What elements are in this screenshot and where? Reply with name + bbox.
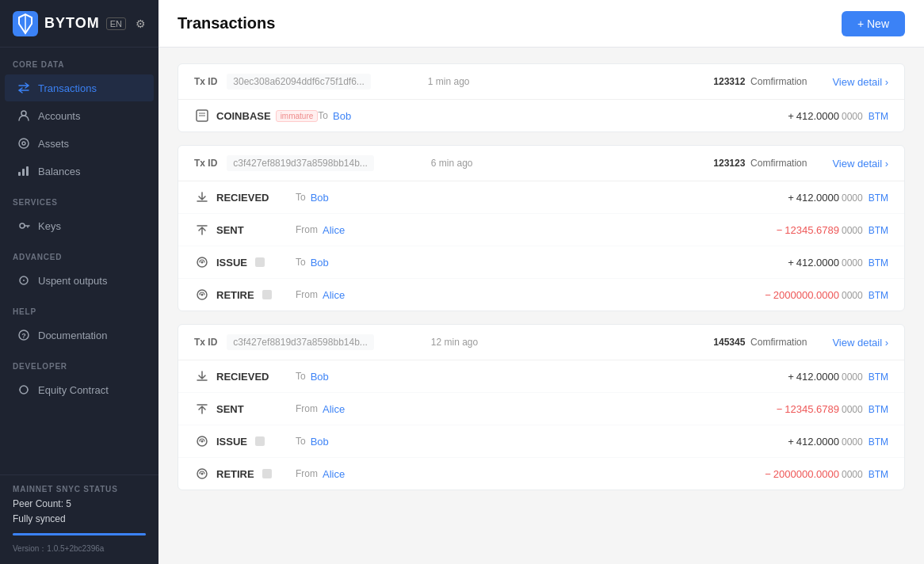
tx-row: SENT From Alice − 12345.67890000 BTM [178,214,904,246]
tx-amount: − 12345.67890000 BTM [777,224,888,236]
docs-icon: ? [17,329,30,341]
tx-row: ISSUE To Bob + 412.00000000 BTM [178,246,904,279]
page-title: Transactions [178,14,275,32]
tx-type-label: ISSUE [216,257,296,269]
sidebar-nav: CORE DATATransactionsAccountsAssetsBalan… [0,48,158,404]
svg-point-17 [201,261,204,264]
logo-text: BYTOM [44,15,100,32]
accounts-icon [17,109,30,122]
tx-row: SENT From Alice − 12345.67890000 BTM [178,393,904,425]
tx-address[interactable]: Bob [333,110,351,122]
tag-badge [262,290,272,299]
version-text: Version：1.0.5+2bc2396a [13,543,146,554]
svg-rect-6 [22,169,25,176]
tx-conf-num: 123312 [713,76,745,87]
lang-badge[interactable]: EN [106,17,126,30]
tx-address[interactable]: Bob [311,371,329,383]
sync-bar [13,533,146,535]
tx-direction: From [296,468,318,479]
tx-type-icon [194,368,210,384]
tx-row: COINBASE immature To Bob + 412.00000000 … [178,100,904,131]
amount-currency: BTM [869,436,888,448]
tx-type-label: RECIEVED [216,371,296,383]
amount-integer: 12345.6789 [785,403,839,415]
svg-text:?: ? [21,332,26,340]
view-detail-link[interactable]: View detail › [832,158,888,170]
tx-direction: To [318,110,328,121]
amount-sign: + [788,257,794,269]
amount-sign: − [765,289,771,301]
sidebar-item-unspent[interactable]: Uspent outputs [5,267,154,294]
tx-address[interactable]: Alice [323,289,345,301]
tx-type-label: SENT [216,403,296,415]
tx-id-label: Tx ID [194,76,217,87]
tx-type-label: RETIRE [216,289,296,301]
amount-currency: BTM [869,404,888,415]
sidebar-item-equity[interactable]: Equity Contract [5,376,154,403]
amount-currency: BTM [869,111,888,122]
tx-amount: + 412.00000000 BTM [788,192,888,204]
tx-direction: To [296,436,306,447]
tx-row: ISSUE To Bob + 412.00000000 BTM [178,425,904,458]
tx-amount: + 412.00000000 BTM [788,371,888,383]
tx-address[interactable]: Alice [323,468,345,480]
tx-row: RECIEVED To Bob + 412.00000000 BTM [178,360,904,393]
sidebar-item-accounts[interactable]: Accounts [5,102,154,129]
tx-time: 1 min ago [428,76,470,87]
tag-badge [255,257,265,267]
tx-amount: − 2000000.00000000 BTM [765,289,888,301]
tx-id-value: 30ec308a62094ddf6c75f1df6... [227,74,370,90]
amount-decimal: 0000 [842,469,863,480]
amount-currency: BTM [869,372,888,383]
amount-integer: 12345.6789 [785,224,839,236]
tx-type-icon [194,222,210,238]
sidebar-item-keys[interactable]: Keys [5,212,154,239]
tx-header: Tx ID 30ec308a62094ddf6c75f1df6... 1 min… [178,64,904,100]
tx-type-icon [194,189,210,205]
unspent-icon [17,274,30,287]
tx-amount: − 12345.67890000 BTM [777,403,888,415]
tx-address[interactable]: Alice [323,403,345,415]
view-detail-link[interactable]: View detail › [832,76,888,88]
tx-amount: + 412.00000000 BTM [788,257,888,269]
sidebar-item-transactions[interactable]: Transactions [5,74,154,101]
tx-address[interactable]: Bob [311,192,329,204]
logo-area: BYTOM EN ⚙ [0,0,158,48]
tx-row: RETIRE From Alice − 2000000.00000000 BTM [178,458,904,490]
tx-type-icon [194,254,210,270]
sidebar-item-label: Assets [38,138,69,150]
sidebar-item-docs[interactable]: ?Documentation [5,322,154,349]
tag-badge [262,469,272,478]
sidebar-item-assets[interactable]: Assets [5,130,154,157]
tx-direction: From [296,289,318,300]
sidebar-item-label: Equity Contract [38,384,109,396]
tx-address[interactable]: Bob [311,257,329,269]
sidebar-item-label: Keys [38,220,61,232]
sidebar-item-balances[interactable]: Balances [5,158,154,185]
amount-sign: − [777,403,783,415]
sidebar-item-label: Accounts [38,110,80,122]
svg-rect-5 [18,172,21,176]
tx-address[interactable]: Alice [323,224,345,236]
tx-direction: To [296,371,306,382]
transaction-card: Tx ID c3f427ef8819d37a8598bb14b... 12 mi… [178,324,905,490]
tx-row: RETIRE From Alice − 2000000.00000000 BTM [178,279,904,311]
new-transaction-button[interactable]: + New [842,11,905,36]
bytom-logo [13,11,38,36]
tx-address[interactable]: Bob [311,436,329,448]
amount-sign: − [765,468,771,480]
amount-decimal: 0000 [842,436,863,448]
amount-decimal: 0000 [842,372,863,383]
view-detail-link[interactable]: View detail › [832,337,888,349]
tx-header: Tx ID c3f427ef8819d37a8598bb14b... 6 min… [178,146,904,181]
amount-integer: 2000000.0000 [773,468,839,480]
tx-type-icon [194,466,210,482]
transactions-list: Tx ID 30ec308a62094ddf6c75f1df6... 1 min… [158,48,924,564]
amount-sign: + [788,371,794,383]
tx-type-icon [194,433,210,449]
settings-icon[interactable]: ⚙ [136,17,146,30]
equity-icon [17,383,30,396]
sidebar-section-label: SERVICES [0,185,158,212]
tx-time: 12 min ago [431,337,478,348]
amount-currency: BTM [869,469,888,480]
